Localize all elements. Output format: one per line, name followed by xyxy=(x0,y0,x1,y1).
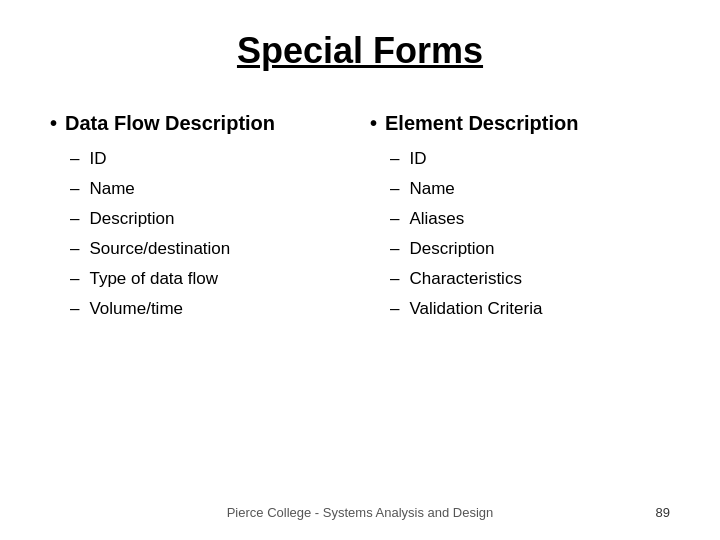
right-bullet: • xyxy=(370,112,377,135)
list-item: –Description xyxy=(50,209,350,229)
list-item: –ID xyxy=(370,149,670,169)
left-header: • Data Flow Description xyxy=(50,112,350,135)
dash-icon: – xyxy=(70,239,79,259)
left-header-label: Data Flow Description xyxy=(65,112,275,135)
slide-footer: Pierce College - Systems Analysis and De… xyxy=(50,495,670,520)
dash-icon: – xyxy=(390,209,399,229)
list-item: –Characteristics xyxy=(370,269,670,289)
left-bullet: • xyxy=(50,112,57,135)
dash-icon: – xyxy=(390,299,399,319)
dash-icon: – xyxy=(390,149,399,169)
slide: Special Forms • Data Flow Description –I… xyxy=(0,0,720,540)
right-column: • Element Description –ID –Name –Aliases… xyxy=(370,112,670,495)
list-item: –Source/destination xyxy=(50,239,350,259)
footer-center-text: Pierce College - Systems Analysis and De… xyxy=(227,505,494,520)
right-header-label: Element Description xyxy=(385,112,578,135)
content-area: • Data Flow Description –ID –Name –Descr… xyxy=(50,112,670,495)
list-item: –Type of data flow xyxy=(50,269,350,289)
list-item: –Aliases xyxy=(370,209,670,229)
left-items-list: –ID –Name –Description –Source/destinati… xyxy=(50,149,350,319)
page-number: 89 xyxy=(493,505,670,520)
dash-icon: – xyxy=(70,179,79,199)
dash-icon: – xyxy=(70,209,79,229)
list-item: –Name xyxy=(370,179,670,199)
list-item: –Volume/time xyxy=(50,299,350,319)
dash-icon: – xyxy=(390,239,399,259)
dash-icon: – xyxy=(390,179,399,199)
right-items-list: –ID –Name –Aliases –Description –Charact… xyxy=(370,149,670,319)
list-item: –Description xyxy=(370,239,670,259)
slide-title: Special Forms xyxy=(50,30,670,72)
list-item: –Validation Criteria xyxy=(370,299,670,319)
dash-icon: – xyxy=(70,269,79,289)
dash-icon: – xyxy=(70,149,79,169)
dash-icon: – xyxy=(70,299,79,319)
dash-icon: – xyxy=(390,269,399,289)
list-item: –ID xyxy=(50,149,350,169)
right-header: • Element Description xyxy=(370,112,670,135)
list-item: –Name xyxy=(50,179,350,199)
left-column: • Data Flow Description –ID –Name –Descr… xyxy=(50,112,350,495)
